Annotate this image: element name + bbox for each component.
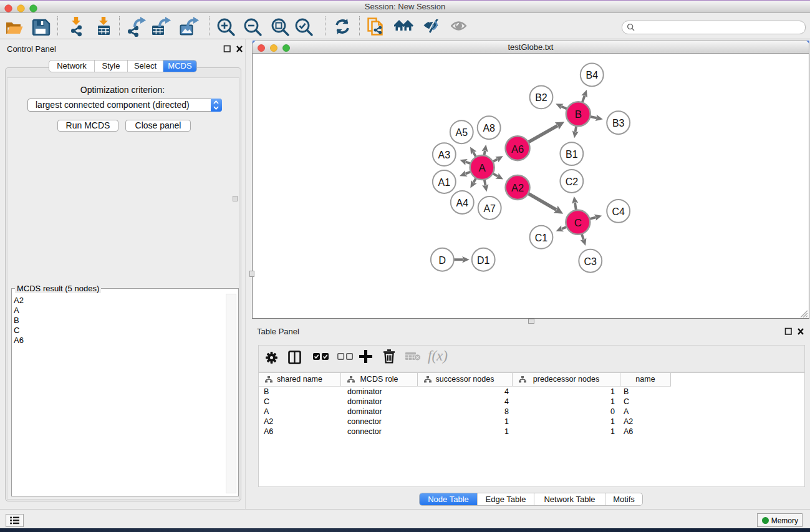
svg-text:A: A [479, 162, 486, 174]
svg-text:A1: A1 [438, 177, 451, 188]
svg-text:B: B [575, 109, 582, 120]
svg-text:C2: C2 [566, 177, 579, 187]
svg-text:B1: B1 [566, 149, 578, 160]
svg-text:B2: B2 [535, 92, 547, 103]
svg-text:A7: A7 [483, 203, 496, 214]
svg-text:A8: A8 [483, 123, 495, 133]
svg-text:C3: C3 [584, 256, 597, 267]
svg-text:A4: A4 [456, 198, 469, 208]
svg-text:B4: B4 [586, 70, 599, 80]
svg-text:C1: C1 [535, 233, 548, 243]
svg-text:B3: B3 [612, 118, 625, 128]
svg-text:A3: A3 [438, 150, 451, 160]
svg-text:A5: A5 [456, 127, 468, 138]
svg-text:D1: D1 [477, 255, 490, 266]
svg-text:C: C [574, 217, 582, 229]
svg-text:A6: A6 [511, 143, 524, 155]
svg-text:A2: A2 [511, 182, 524, 193]
svg-text:C4: C4 [612, 206, 625, 217]
svg-text:D: D [439, 255, 446, 266]
